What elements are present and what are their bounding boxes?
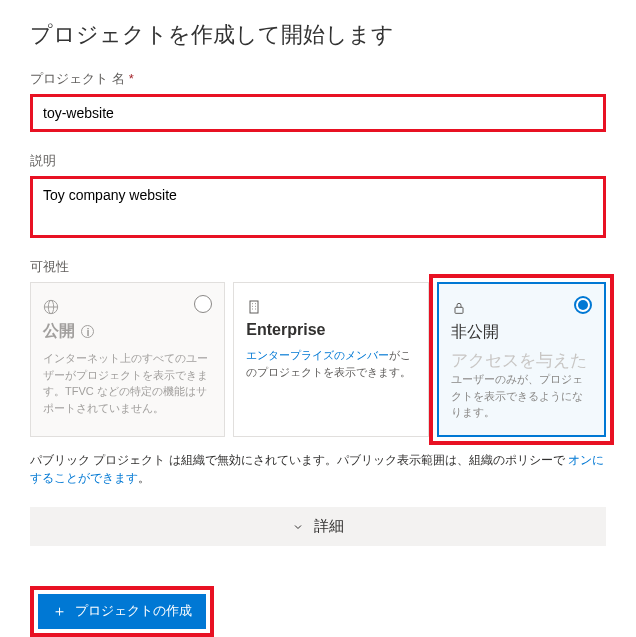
visibility-card-private[interactable]: 非公開 アクセスを与えた ユーザーのみが、プロジェクトを表示できるようになります… bbox=[437, 282, 606, 437]
create-project-button[interactable]: ＋ プロジェクトの作成 bbox=[38, 594, 206, 629]
visibility-card-enterprise[interactable]: Enterprise エンタープライズのメンバーがこのプロジェクトを表示できます… bbox=[233, 282, 428, 437]
create-button-highlight: ＋ プロジェクトの作成 bbox=[30, 586, 214, 637]
building-icon bbox=[246, 297, 262, 315]
create-section: ＋ プロジェクトの作成 bbox=[30, 586, 606, 637]
create-button-label: プロジェクトの作成 bbox=[75, 602, 192, 620]
visibility-enterprise-title: Enterprise bbox=[246, 321, 415, 339]
radio-private[interactable] bbox=[574, 296, 592, 314]
info-icon: i bbox=[81, 325, 94, 338]
visibility-options: 公開 i インターネット上のすべてのユーザーがプロジェクトを表示できます。TFV… bbox=[30, 282, 606, 437]
details-expander[interactable]: 詳細 bbox=[30, 507, 606, 546]
visibility-field: 可視性 公開 i インターネット上のすべてのユーザーがプロジェクトを表示できます… bbox=[30, 258, 606, 487]
plus-icon: ＋ bbox=[52, 602, 67, 621]
visibility-enterprise-desc: エンタープライズのメンバーがこのプロジェクトを表示できます。 bbox=[246, 347, 415, 380]
policy-note: パブリック プロジェクト は組織で無効にされています。パブリック表示範囲は、組織… bbox=[30, 451, 606, 487]
svg-rect-10 bbox=[455, 307, 463, 313]
chevron-down-icon bbox=[292, 519, 304, 533]
svg-rect-3 bbox=[250, 301, 258, 313]
visibility-private-highlight: 非公開 アクセスを与えた ユーザーのみが、プロジェクトを表示できるようになります… bbox=[429, 274, 614, 445]
description-field: 説明 Toy company website bbox=[30, 152, 606, 238]
visibility-public-desc: インターネット上のすべてのユーザーがプロジェクトを表示できます。TFVC などの… bbox=[43, 350, 212, 416]
visibility-private-title: 非公開 bbox=[451, 322, 592, 343]
description-label: 説明 bbox=[30, 152, 606, 170]
project-name-highlight bbox=[30, 94, 606, 132]
globe-icon bbox=[43, 297, 59, 315]
visibility-enterprise-link[interactable]: エンタープライズのメンバーがこのプロジェクトを表示できます。 bbox=[246, 347, 415, 380]
project-name-label: プロジェクト 名* bbox=[30, 70, 606, 88]
required-asterisk: * bbox=[129, 71, 134, 86]
page-title: プロジェクトを作成して開始します bbox=[30, 20, 606, 50]
lock-icon bbox=[451, 298, 467, 316]
visibility-private-desc: ユーザーのみが、プロジェクトを表示できるようになります。 bbox=[451, 371, 592, 421]
details-label: 詳細 bbox=[314, 517, 344, 536]
project-name-field: プロジェクト 名* bbox=[30, 70, 606, 132]
visibility-card-public: 公開 i インターネット上のすべてのユーザーがプロジェクトを表示できます。TFV… bbox=[30, 282, 225, 437]
visibility-public-title: 公開 i bbox=[43, 321, 212, 342]
visibility-private-subtitle: アクセスを与えた bbox=[451, 351, 592, 371]
project-name-input[interactable] bbox=[33, 97, 603, 129]
description-highlight: Toy company website bbox=[30, 176, 606, 238]
radio-public bbox=[194, 295, 212, 313]
description-input[interactable]: Toy company website bbox=[33, 179, 603, 231]
